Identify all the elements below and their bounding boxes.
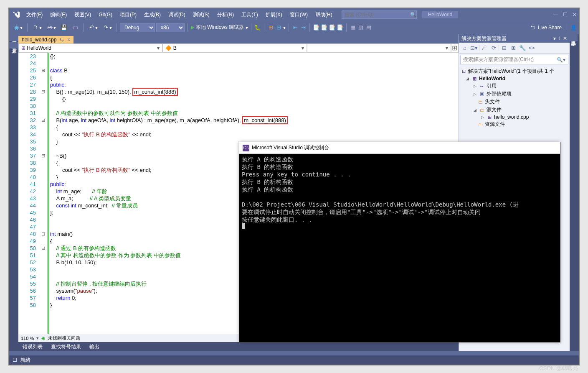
- menu-build[interactable]: 生成(B): [142, 10, 163, 20]
- undo-button[interactable]: ↶▾: [86, 23, 99, 32]
- save-all-button[interactable]: 🗃: [70, 23, 80, 32]
- views-icon[interactable]: ⊡▾: [470, 44, 478, 52]
- debug-console-window[interactable]: C:\ Microsoft Visual Studio 调试控制台 执行 A 的…: [239, 142, 560, 342]
- menu-debug[interactable]: 调试(D): [166, 10, 188, 20]
- tb-icon-2[interactable]: ⊞: [267, 24, 274, 31]
- show-all-icon[interactable]: ⊞: [509, 44, 517, 52]
- maximize-icon[interactable]: ☐: [563, 12, 568, 18]
- menu-test[interactable]: 测试(S): [190, 10, 212, 20]
- error-list-tab[interactable]: 错误列表: [18, 342, 47, 352]
- tb-icon-7[interactable]: 📑: [321, 24, 327, 31]
- tb-icon-12[interactable]: ▤: [365, 24, 372, 31]
- tb-icon-3[interactable]: ⊟: [275, 24, 282, 31]
- right-sidebar: 诊断工具: [570, 34, 579, 351]
- menu-analyze[interactable]: 分析(N): [215, 10, 237, 20]
- config-select[interactable]: Debug: [120, 23, 155, 32]
- watermark: CSDN @韩曙亮: [539, 365, 578, 372]
- menu-extensions[interactable]: 扩展(X): [263, 10, 285, 20]
- vs-logo-icon: [11, 10, 21, 20]
- minimize-icon[interactable]: —: [553, 12, 558, 18]
- status-ready: 就绪: [20, 357, 30, 364]
- toolbox-tab[interactable]: 工具箱: [9, 42, 18, 49]
- menu-bar: 文件(F) 编辑(E) 视图(V) Git(G) 项目(P) 生成(B) 调试(…: [9, 8, 579, 21]
- file-tab-label: hello_world.cpp: [22, 37, 56, 43]
- admin-icon[interactable]: 👤: [570, 25, 577, 31]
- sync-icon[interactable]: ☄: [480, 44, 489, 52]
- tb-icon-8[interactable]: 📑: [329, 24, 335, 31]
- output-tab[interactable]: 输出: [85, 342, 104, 352]
- solution-name: HelloWorld: [422, 11, 458, 18]
- live-share-button[interactable]: Live Share: [538, 25, 562, 31]
- start-debug-button[interactable]: 本地 Windows 调试器 ▾: [191, 24, 248, 31]
- nav-scope-select[interactable]: ⊞ HelloWorld▾: [18, 43, 162, 52]
- preview-icon[interactable]: <>: [527, 44, 536, 52]
- redo-button[interactable]: ↷▾: [101, 23, 114, 32]
- platform-select[interactable]: x86: [156, 23, 185, 32]
- close-icon[interactable]: ✕: [573, 12, 577, 18]
- nav-member-select[interactable]: ▾: [307, 43, 451, 52]
- left-sidebar: 服务器资源管理器 工具箱: [9, 34, 18, 351]
- console-titlebar[interactable]: C:\ Microsoft Visual Studio 调试控制台: [239, 142, 560, 154]
- pin-icon[interactable]: ▾ ⊥ ✕: [553, 36, 567, 41]
- status-bar: ☐ 就绪: [9, 355, 579, 365]
- nav-class-select[interactable]: 🔶 B▾: [162, 43, 307, 52]
- menu-help[interactable]: 帮助(H): [313, 10, 335, 20]
- close-tab-icon[interactable]: ×: [67, 37, 70, 43]
- live-share-icon[interactable]: ⮌: [530, 25, 535, 31]
- menu-edit[interactable]: 编辑(E): [48, 10, 69, 20]
- bottom-tabs: 错误列表 查找符号结果 输出: [18, 342, 459, 351]
- tb-icon-11[interactable]: ▧: [357, 24, 364, 31]
- tb-icon-6[interactable]: 📑: [313, 24, 319, 31]
- menu-window[interactable]: 窗口(W): [287, 10, 310, 20]
- solution-search-input[interactable]: 搜索解决方案资源管理器(Ctrl+;) 🔍▾: [460, 55, 568, 64]
- menu-file[interactable]: 文件(F): [24, 10, 45, 20]
- issues-label: 未找到相关问题: [48, 335, 80, 341]
- new-button[interactable]: 🗋▾: [30, 23, 43, 32]
- file-tab[interactable]: hello_world.cpp ⇆ ×: [18, 36, 74, 43]
- home-icon[interactable]: ⌂: [461, 44, 469, 52]
- save-button[interactable]: 💾: [59, 23, 69, 32]
- tb-icon-9[interactable]: 📑: [337, 24, 343, 31]
- diagnostic-tools-tab[interactable]: 诊断工具: [570, 34, 578, 41]
- solution-toolbar: ⌂ ⊡▾ ☄ ⟳ ⊟ ⊞ 🔧 <>: [459, 43, 570, 54]
- solution-explorer-title: 解决方案资源管理器 ▾ ⊥ ✕: [459, 34, 570, 43]
- find-results-tab[interactable]: 查找符号结果: [47, 342, 85, 352]
- menu-git[interactable]: Git(G): [96, 10, 115, 19]
- collapse-icon[interactable]: ⊟: [500, 44, 508, 52]
- tb-icon-10[interactable]: ▦: [350, 24, 356, 31]
- server-explorer-tab[interactable]: 服务器资源管理器: [9, 34, 18, 41]
- tb-icon-5[interactable]: ⇥: [300, 24, 307, 31]
- split-icon[interactable]: ⊞: [451, 43, 459, 52]
- refresh-icon[interactable]: ⟳: [489, 44, 498, 52]
- console-title-label: Microsoft Visual Studio 调试控制台: [252, 144, 329, 151]
- properties-icon[interactable]: 🔧: [518, 44, 527, 52]
- console-output: 执行 A 的构造函数 执行 B 的构造函数 Press any key to c…: [239, 154, 560, 232]
- zoom-level[interactable]: 110 %: [21, 336, 34, 341]
- tb-icon-1[interactable]: 🐛: [254, 24, 261, 31]
- menu-project[interactable]: 项目(P): [117, 10, 139, 20]
- toolbar: ◉▾ 🗋▾ 🗁▾ 💾 🗃 ↶▾ ↷▾ Debug x86 本地 Windows …: [9, 21, 579, 33]
- global-search-input[interactable]: [342, 10, 417, 19]
- menu-view[interactable]: 视图(V): [72, 10, 94, 20]
- open-button[interactable]: 🗁▾: [45, 23, 58, 32]
- console-icon: C:\: [243, 145, 249, 151]
- nav-back-button[interactable]: ◉▾: [11, 23, 24, 32]
- window-icon: ☐: [13, 357, 17, 363]
- pin-icon[interactable]: ⇆: [60, 37, 64, 43]
- tb-icon-4[interactable]: ⇤: [292, 24, 299, 31]
- menu-tools[interactable]: 工具(T): [239, 10, 260, 20]
